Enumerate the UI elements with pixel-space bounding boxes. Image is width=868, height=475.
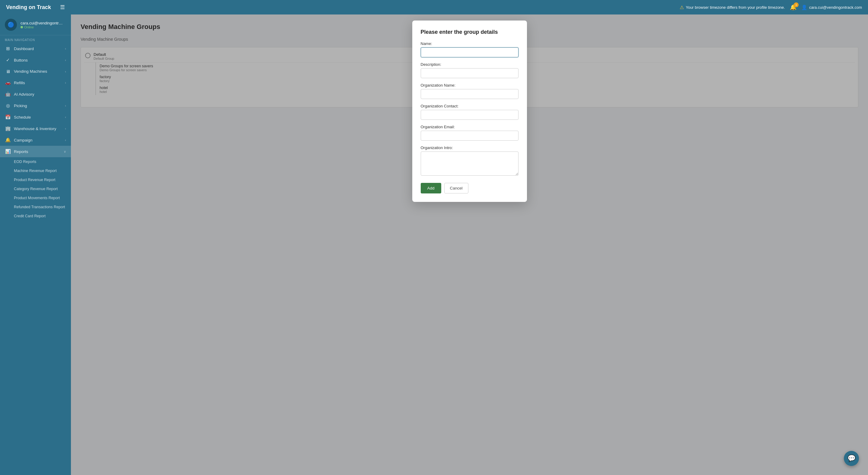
sidebar-sub-item-label: EOD Reports bbox=[14, 160, 36, 164]
chevron-icon: ‹ bbox=[65, 104, 66, 107]
modal-title: Please enter the group details bbox=[421, 29, 519, 35]
org-intro-label: Organization Intro: bbox=[421, 146, 519, 150]
sidebar-item-label: Schedule bbox=[14, 115, 31, 120]
sidebar-item-dashboard[interactable]: ⊞ Dashboard ‹ bbox=[0, 43, 71, 54]
description-label: Description: bbox=[421, 62, 519, 67]
sidebar-sub-item-label: Machine Revenue Report bbox=[14, 169, 57, 173]
schedule-icon: 📅 bbox=[5, 115, 11, 120]
form-group-org-email: Organization Email: bbox=[421, 125, 519, 140]
sidebar-sub-item-label: Product Movements Report bbox=[14, 196, 60, 200]
sidebar-sub-item-product-movements[interactable]: Product Movements Report bbox=[0, 193, 71, 202]
sidebar-sub-item-label: Product Revenue Report bbox=[14, 178, 56, 182]
user-email: cara.cui@vendingontrack.com bbox=[809, 5, 862, 10]
sidebar-item-schedule[interactable]: 📅 Schedule ‹ bbox=[0, 112, 71, 123]
sidebar-item-refills[interactable]: 🚗 Refills ‹ bbox=[0, 77, 71, 88]
chat-icon: 💬 bbox=[847, 454, 856, 462]
sidebar-item-warehouse-inventory[interactable]: 🏢 Warehouse & Inventory ‹ bbox=[0, 123, 71, 134]
chevron-icon: ‹ bbox=[65, 138, 66, 142]
vending-machines-icon: 🖥 bbox=[5, 69, 11, 74]
hamburger-icon[interactable]: ☰ bbox=[60, 4, 65, 10]
notification-badge: 1 bbox=[794, 2, 799, 7]
warehouse-icon: 🏢 bbox=[5, 126, 11, 131]
sidebar-item-label: AI Advisory bbox=[14, 92, 34, 97]
chevron-icon: ‹ bbox=[65, 47, 66, 51]
name-input[interactable] bbox=[421, 48, 519, 57]
timezone-text: Your browser timezone differs from your … bbox=[686, 5, 785, 10]
org-email-label: Organization Email: bbox=[421, 125, 519, 129]
user-icon: 👤 bbox=[801, 4, 807, 10]
sidebar-item-label: Campaign bbox=[14, 138, 33, 142]
top-header: Vending on Track ☰ ⚠ Your browser timezo… bbox=[0, 0, 868, 14]
chevron-down-icon: ∨ bbox=[64, 150, 66, 154]
sidebar-item-picking[interactable]: ◎ Picking ‹ bbox=[0, 100, 71, 112]
modal-overlay: Please enter the group details Name: Des… bbox=[71, 14, 868, 475]
content-area: Vending Machine Groups Vending Machine G… bbox=[71, 14, 868, 475]
sidebar-item-label: Reports bbox=[14, 149, 28, 154]
user-status: Online bbox=[21, 25, 64, 29]
chevron-icon: ‹ bbox=[65, 115, 66, 119]
form-group-org-contact: Organization Contact: bbox=[421, 104, 519, 120]
warning-icon: ⚠ bbox=[680, 4, 684, 10]
avatar: 🔵 bbox=[5, 19, 17, 31]
sidebar-item-label: Warehouse & Inventory bbox=[14, 126, 56, 131]
sidebar-item-reports[interactable]: 📊 Reports ∨ bbox=[0, 146, 71, 157]
sidebar-sub-item-label: Refunded Transactions Report bbox=[14, 205, 65, 209]
sidebar-item-vending-machines[interactable]: 🖥 Vending Machines ‹ bbox=[0, 66, 71, 77]
chat-button[interactable]: 💬 bbox=[844, 451, 859, 466]
name-label: Name: bbox=[421, 41, 519, 46]
sidebar: 🔵 cara.cui@vendingontrac... Online MAIN … bbox=[0, 14, 71, 475]
campaign-icon: 🔔 bbox=[5, 137, 11, 143]
buttons-icon: ✓ bbox=[5, 57, 11, 63]
modal-dialog: Please enter the group details Name: Des… bbox=[412, 21, 527, 202]
chevron-icon: ‹ bbox=[65, 70, 66, 73]
app-title: Vending on Track bbox=[6, 4, 51, 10]
dashboard-icon: ⊞ bbox=[5, 46, 11, 51]
form-group-description: Description: bbox=[421, 62, 519, 78]
sidebar-user-section: 🔵 cara.cui@vendingontrac... Online bbox=[0, 14, 71, 35]
sidebar-sub-item-credit-card[interactable]: Credit Card Report bbox=[0, 212, 71, 221]
timezone-warning: ⚠ Your browser timezone differs from you… bbox=[680, 4, 785, 10]
chevron-icon: ‹ bbox=[65, 81, 66, 85]
form-group-name: Name: bbox=[421, 41, 519, 57]
sidebar-section-label: MAIN NAVIGATION bbox=[0, 35, 71, 43]
sidebar-item-buttons[interactable]: ✓ Buttons ‹ bbox=[0, 54, 71, 66]
refills-icon: 🚗 bbox=[5, 80, 11, 86]
sidebar-item-ai-advisory[interactable]: 🤖 AI Advisory bbox=[0, 88, 71, 100]
reports-icon: 📊 bbox=[5, 149, 11, 154]
user-menu[interactable]: 👤 cara.cui@vendingontrack.com bbox=[801, 4, 862, 10]
sidebar-item-label: Buttons bbox=[14, 58, 28, 62]
sidebar-item-label: Vending Machines bbox=[14, 69, 47, 74]
modal-actions: Add Cancel bbox=[421, 183, 519, 193]
form-group-org-intro: Organization Intro: bbox=[421, 146, 519, 177]
sidebar-sub-item-product-revenue[interactable]: Product Revenue Report bbox=[0, 175, 71, 184]
description-input[interactable] bbox=[421, 68, 519, 78]
sidebar-item-label: Refills bbox=[14, 81, 25, 85]
chevron-icon: ‹ bbox=[65, 127, 66, 130]
sidebar-item-label: Picking bbox=[14, 103, 27, 108]
sidebar-sub-item-label: Category Revenue Report bbox=[14, 187, 58, 191]
sidebar-item-campaign[interactable]: 🔔 Campaign ‹ bbox=[0, 134, 71, 146]
sidebar-sub-item-machine-revenue[interactable]: Machine Revenue Report bbox=[0, 166, 71, 175]
sidebar-item-label: Dashboard bbox=[14, 46, 34, 51]
org-email-input[interactable] bbox=[421, 131, 519, 140]
sidebar-username: cara.cui@vendingontrac... bbox=[21, 21, 64, 25]
form-group-org-name: Organization Name: bbox=[421, 83, 519, 99]
org-intro-textarea[interactable] bbox=[421, 152, 519, 176]
picking-icon: ◎ bbox=[5, 103, 11, 108]
sidebar-sub-item-label: Credit Card Report bbox=[14, 214, 45, 218]
org-contact-input[interactable] bbox=[421, 110, 519, 120]
notification-button[interactable]: 🔔 1 bbox=[790, 4, 797, 10]
cancel-button[interactable]: Cancel bbox=[444, 183, 468, 193]
sidebar-sub-item-category-revenue[interactable]: Category Revenue Report bbox=[0, 184, 71, 193]
chevron-icon: ‹ bbox=[65, 58, 66, 62]
sidebar-sub-item-eod-reports[interactable]: EOD Reports bbox=[0, 157, 71, 166]
add-button[interactable]: Add bbox=[421, 183, 441, 193]
org-name-label: Organization Name: bbox=[421, 83, 519, 88]
sidebar-sub-item-refunded-transactions[interactable]: Refunded Transactions Report bbox=[0, 202, 71, 212]
org-name-input[interactable] bbox=[421, 89, 519, 99]
ai-advisory-icon: 🤖 bbox=[5, 91, 11, 97]
org-contact-label: Organization Contact: bbox=[421, 104, 519, 108]
